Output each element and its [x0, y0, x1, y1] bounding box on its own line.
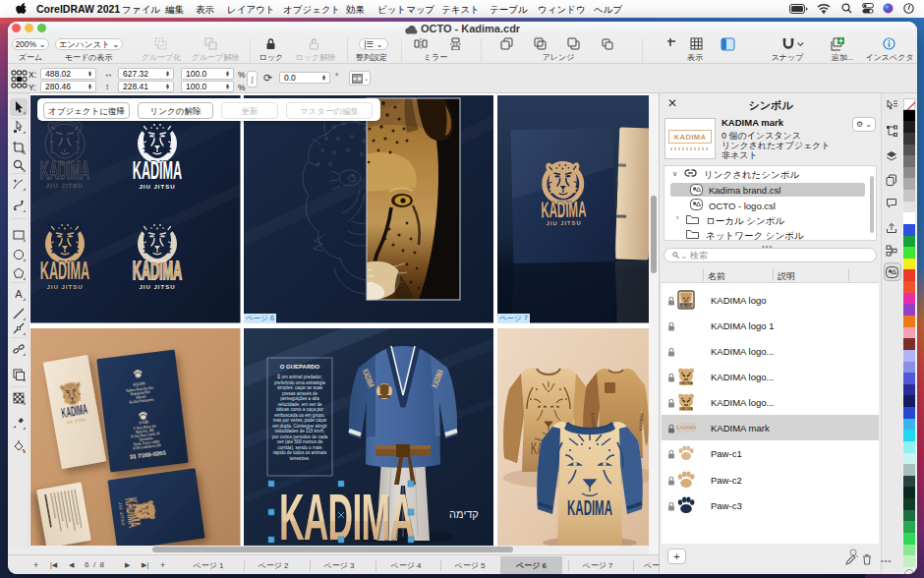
svg-text:rápido de todos os animais: rápido de todos os animais: [273, 450, 327, 455]
svg-text:JIU JITSU: JIU JITSU: [546, 220, 581, 227]
svg-text:terrestres.: terrestres.: [290, 456, 310, 461]
svg-text:KADIMA: KADIMA: [567, 495, 612, 520]
svg-text:KADIMA: KADIMA: [40, 156, 89, 184]
svg-text:קדימה: קדימה: [449, 508, 479, 520]
svg-text:preferindo uma estratégia: preferindo uma estratégia: [274, 380, 325, 385]
svg-text:velocidades de 115 km/h,: velocidades de 115 km/h,: [274, 429, 324, 434]
svg-text:perseguições a alta: perseguições a alta: [280, 396, 319, 401]
svg-text:mas por vezes, pode caçar: mas por vezes, pode caçar: [273, 418, 327, 423]
svg-text:KADIMA: KADIMA: [680, 407, 694, 411]
svg-text:em dupla. Consegue atingir: em dupla. Consegue atingir: [272, 424, 327, 429]
svg-text:A: A: [15, 288, 23, 300]
svg-text:KADIMA: KADIMA: [680, 381, 694, 385]
svg-text:emboscada ou em grupo,: emboscada ou em grupo,: [274, 413, 325, 418]
svg-text:KADIMA: KADIMA: [279, 481, 414, 548]
svg-text:KADIMA: KADIMA: [541, 196, 587, 223]
svg-text:simples: caçar as suas: simples: caçar as suas: [277, 385, 323, 390]
svg-text:vez (até 500 metros de: vez (até 500 metros de: [277, 439, 323, 444]
svg-text:JIU JITSU: JIU JITSU: [46, 182, 84, 189]
svg-text:O GUEPARDO: O GUEPARDO: [280, 364, 320, 370]
svg-text:velocidade, em vez de: velocidade, em vez de: [277, 402, 322, 407]
svg-text:presas através de: presas através de: [282, 391, 318, 396]
svg-text:KADIMA: KADIMA: [679, 304, 693, 308]
svg-text:KADIMA: KADIMA: [676, 425, 696, 431]
svg-text:corrida), sendo o mais: corrida), sendo o mais: [278, 445, 323, 450]
svg-text:É um animal predador,: É um animal predador,: [277, 374, 322, 379]
svg-text:táticas como a caça por: táticas como a caça por: [276, 407, 324, 412]
svg-text:por curtos períodos de cada: por curtos períodos de cada: [272, 434, 328, 439]
